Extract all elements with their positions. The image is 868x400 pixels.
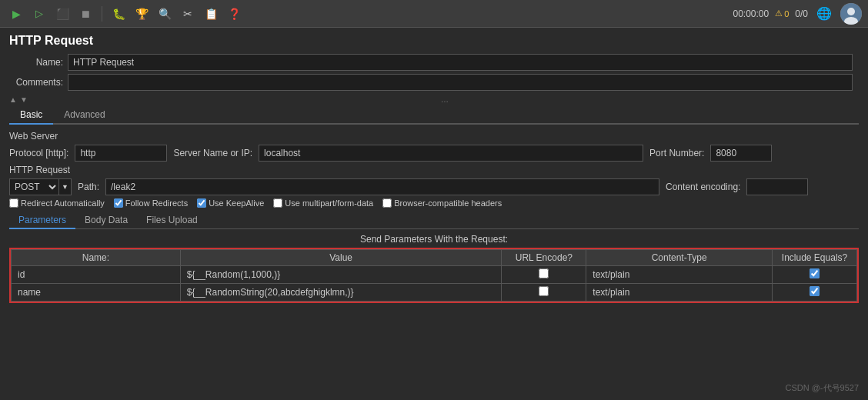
method-select-wrap: POST GET PUT DELETE ▼ xyxy=(9,178,72,195)
warning-indicator: ⚠ 0 xyxy=(775,8,789,18)
tab-bar: Basic Advanced xyxy=(9,106,859,125)
param-urlencode-0[interactable] xyxy=(502,266,586,284)
main-content: HTTP Request Name: Comments: ▲ ▼ ... Bas… xyxy=(0,28,868,305)
warning-icon: ⚠ xyxy=(775,8,783,18)
checkbox-browser-headers[interactable]: Browser-compatible headers xyxy=(382,198,502,208)
bug-button[interactable]: 🐛 xyxy=(108,4,129,24)
avatar xyxy=(840,3,862,25)
col-header-includeequals: Include Equals? xyxy=(773,250,857,266)
path-label: Path: xyxy=(78,182,99,192)
encoding-label: Content encoding: xyxy=(666,182,740,192)
param-value-1: ${__RandomString(20,abcdefghigklmn,)} xyxy=(180,284,502,302)
includeequals-0-checkbox[interactable] xyxy=(810,268,820,278)
globe-button[interactable]: 🌐 xyxy=(814,4,834,24)
method-dropdown-btn[interactable]: ▼ xyxy=(59,178,72,195)
toolbar: ▶ ▷ ⬛ ⏹ 🐛 🏆 🔍 ✂ 📋 ❓ 00:00:00 ⚠ 0 0/0 🌐 xyxy=(0,0,868,28)
port-label: Port Number: xyxy=(649,148,704,158)
toolbar-right: 00:00:00 ⚠ 0 0/0 🌐 xyxy=(733,3,862,25)
redirect-auto-checkbox[interactable] xyxy=(9,198,18,208)
stop-button[interactable]: ⬛ xyxy=(52,4,72,24)
param-name-1: name xyxy=(12,284,181,302)
name-label: Name: xyxy=(9,57,63,68)
protocol-input[interactable] xyxy=(75,145,167,162)
inner-tab-body-data[interactable]: Body Data xyxy=(75,212,137,229)
web-server-section: Web Server Protocol [http]: Server Name … xyxy=(9,131,859,162)
checkbox-redirect-auto[interactable]: Redirect Automatically xyxy=(9,198,105,208)
param-urlencode-1[interactable] xyxy=(502,284,586,302)
page-title: HTTP Request xyxy=(9,34,859,48)
urlencode-0-checkbox[interactable] xyxy=(539,268,549,278)
play-button[interactable]: ▶ xyxy=(6,4,26,24)
port-input[interactable] xyxy=(710,145,772,162)
browser-headers-checkbox[interactable] xyxy=(382,198,392,208)
param-includeequals-1[interactable] xyxy=(773,284,857,302)
hr-row: POST GET PUT DELETE ▼ Path: Content enco… xyxy=(9,178,859,195)
trophy-button[interactable]: 🏆 xyxy=(132,4,152,24)
comments-row: Comments: xyxy=(9,74,859,91)
params-table: Name: Value URL Encode? Content-Type Inc… xyxy=(11,249,857,302)
checkbox-multipart[interactable]: Use multipart/form-data xyxy=(273,198,373,208)
protocol-label: Protocol [http]: xyxy=(9,148,68,158)
param-contenttype-0: text/plain xyxy=(586,266,773,284)
follow-redirects-label: Follow Redirects xyxy=(125,198,188,208)
warning-count: 0 xyxy=(784,9,789,18)
server-input[interactable] xyxy=(259,145,643,162)
param-includeequals-0[interactable] xyxy=(773,266,857,284)
ws-row: Protocol [http]: Server Name or IP: Port… xyxy=(9,145,859,162)
inner-tab-files-upload[interactable]: Files Upload xyxy=(137,212,207,229)
expand-up-button[interactable]: ▲ xyxy=(9,95,17,104)
comments-input[interactable] xyxy=(68,74,853,91)
table-row: name ${__RandomString(20,abcdefghigklmn,… xyxy=(12,284,857,302)
name-row: Name: xyxy=(9,54,859,71)
elapsed-time: 00:00:00 xyxy=(733,8,769,19)
table-row: id ${__Random(1,1000,)} text/plain xyxy=(12,266,857,284)
encoding-input[interactable] xyxy=(746,178,808,195)
request-counter: 0/0 xyxy=(795,8,808,19)
tab-basic[interactable]: Basic xyxy=(9,106,53,125)
stop-circle-button[interactable]: ⏹ xyxy=(75,4,95,24)
col-header-name: Name: xyxy=(12,250,181,266)
web-server-label: Web Server xyxy=(9,131,859,142)
redirect-auto-label: Redirect Automatically xyxy=(21,198,105,208)
urlencode-1-checkbox[interactable] xyxy=(539,286,549,296)
multipart-checkbox[interactable] xyxy=(273,198,282,208)
checkbox-keepalive[interactable]: Use KeepAlive xyxy=(197,198,264,208)
params-header-row: Name: Value URL Encode? Content-Type Inc… xyxy=(12,250,857,266)
inner-tab-parameters[interactable]: Parameters xyxy=(9,212,75,229)
checkbox-follow-redirects[interactable]: Follow Redirects xyxy=(114,198,188,208)
expand-row: ▲ ▼ ... xyxy=(9,94,859,105)
multipart-label: Use multipart/form-data xyxy=(285,198,373,208)
keepalive-label: Use KeepAlive xyxy=(209,198,264,208)
expand-down-button[interactable]: ▼ xyxy=(20,95,28,104)
expand-dots: ... xyxy=(31,94,859,105)
param-value-0: ${__Random(1,1000,)} xyxy=(180,266,502,284)
svg-point-1 xyxy=(847,8,855,15)
method-select[interactable]: POST GET PUT DELETE xyxy=(9,178,59,195)
path-input[interactable] xyxy=(105,178,659,195)
col-header-value: Value xyxy=(180,250,502,266)
col-header-urlencode: URL Encode? xyxy=(502,250,586,266)
inner-tab-bar: Parameters Body Data Files Upload xyxy=(9,212,859,229)
params-section: Send Parameters With the Request: Name: … xyxy=(9,234,859,305)
params-section-title: Send Parameters With the Request: xyxy=(9,234,859,245)
comments-label: Comments: xyxy=(9,77,63,88)
param-contenttype-1: text/plain xyxy=(586,284,773,302)
checkboxes-row: Redirect Automatically Follow Redirects … xyxy=(9,198,859,208)
server-label: Server Name or IP: xyxy=(173,148,252,158)
http-request-section: HTTP Request POST GET PUT DELETE ▼ Path:… xyxy=(9,165,859,195)
http-request-label: HTTP Request xyxy=(9,165,859,175)
help-button[interactable]: ❓ xyxy=(224,4,244,24)
tab-advanced[interactable]: Advanced xyxy=(53,106,115,125)
scissors-button[interactable]: ✂ xyxy=(178,4,198,24)
browser-headers-label: Browser-compatible headers xyxy=(394,198,502,208)
follow-redirects-checkbox[interactable] xyxy=(114,198,123,208)
keepalive-checkbox[interactable] xyxy=(197,198,206,208)
includeequals-1-checkbox[interactable] xyxy=(810,286,820,296)
note-button[interactable]: 📋 xyxy=(201,4,221,24)
play-outline-button[interactable]: ▷ xyxy=(29,4,49,24)
watermark: CSDN @-代号9527 xyxy=(785,382,859,394)
name-input[interactable] xyxy=(68,54,853,71)
params-table-wrapper: Name: Value URL Encode? Content-Type Inc… xyxy=(9,248,859,303)
search-button[interactable]: 🔍 xyxy=(155,4,175,24)
param-name-0: id xyxy=(12,266,181,284)
